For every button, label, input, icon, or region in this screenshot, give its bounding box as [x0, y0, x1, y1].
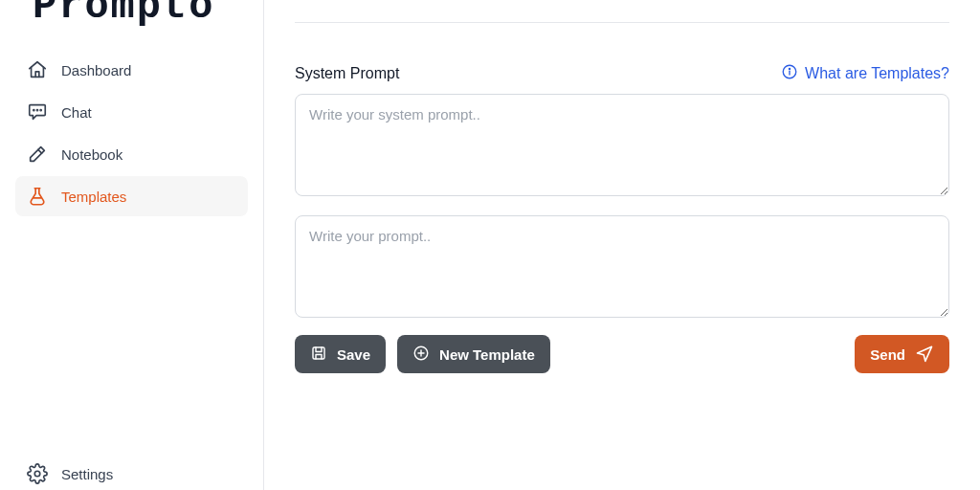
templates-help-link[interactable]: What are Templates?	[781, 63, 949, 84]
help-link-text: What are Templates?	[805, 65, 949, 82]
brand-logo: Prompto	[0, 0, 263, 33]
flask-icon	[27, 186, 48, 207]
main-content: System Prompt What are Templates?	[264, 0, 980, 490]
sidebar-item-label: Notebook	[61, 146, 122, 163]
send-button[interactable]: Send	[855, 335, 949, 373]
system-prompt-label: System Prompt	[295, 65, 399, 82]
header-divider	[295, 22, 949, 23]
save-button[interactable]: Save	[295, 335, 386, 373]
svg-point-0	[33, 110, 34, 111]
send-icon	[915, 344, 934, 366]
send-button-label: Send	[870, 346, 905, 363]
new-template-button-label: New Template	[439, 346, 535, 363]
pencil-icon	[27, 144, 48, 165]
svg-rect-7	[313, 347, 324, 359]
svg-point-3	[34, 471, 40, 477]
sidebar-item-label: Templates	[61, 189, 126, 205]
svg-point-1	[36, 110, 37, 111]
sidebar-nav: Dashboard Chat Notebook	[0, 33, 263, 216]
sidebar-item-settings[interactable]: Settings	[15, 454, 248, 490]
system-prompt-input[interactable]	[295, 94, 949, 196]
chat-icon	[27, 101, 48, 122]
prompt-input[interactable]	[295, 215, 949, 318]
sidebar: Prompto Dashboard Chat	[0, 0, 264, 490]
sidebar-item-label: Settings	[61, 466, 113, 482]
sidebar-item-templates[interactable]: Templates	[15, 176, 248, 216]
home-icon	[27, 59, 48, 80]
plus-circle-icon	[412, 345, 430, 365]
info-icon	[781, 63, 798, 84]
sidebar-item-chat[interactable]: Chat	[15, 92, 248, 132]
new-template-button[interactable]: New Template	[397, 335, 550, 373]
save-icon	[310, 345, 327, 365]
svg-point-6	[790, 68, 791, 69]
gear-icon	[27, 463, 48, 484]
action-bar: Save New Template Send	[295, 335, 949, 373]
svg-point-2	[40, 110, 41, 111]
sidebar-item-label: Chat	[61, 104, 92, 121]
sidebar-item-label: Dashboard	[61, 62, 131, 78]
sidebar-item-notebook[interactable]: Notebook	[15, 134, 248, 174]
sidebar-item-dashboard[interactable]: Dashboard	[15, 50, 248, 90]
save-button-label: Save	[337, 346, 370, 363]
